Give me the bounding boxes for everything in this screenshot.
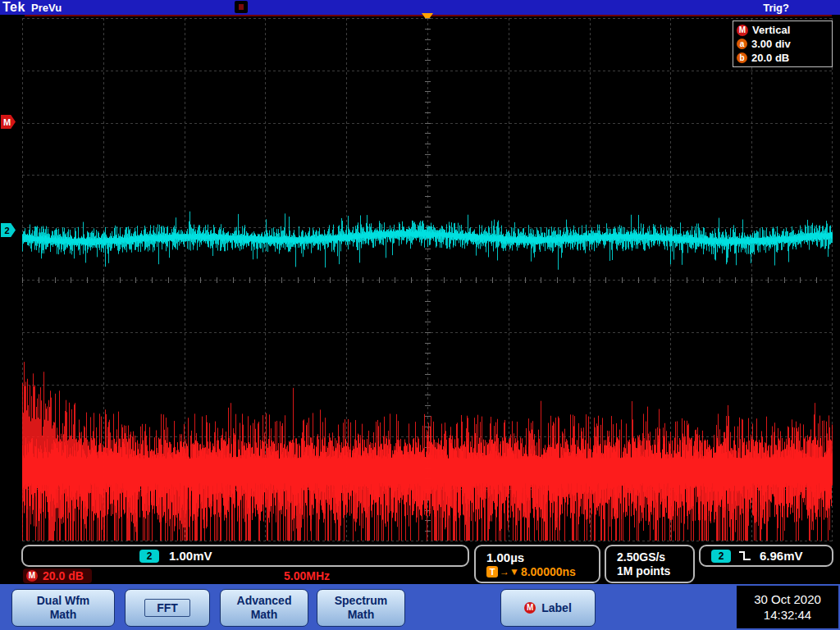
falling-edge-icon	[738, 550, 752, 562]
vertical-readout-panel: M Vertical a 3.00 div b 20.0 dB	[733, 21, 833, 67]
delay-arrow-icon: →▼	[500, 566, 519, 578]
menu-button-dual-wfm-math[interactable]: Dual Wfm Math	[11, 589, 115, 627]
trigger-source-badge: 2	[711, 550, 731, 563]
oscilloscope-screen: Tek PreVu Trig? M 2 M Vertical a 3.00 di…	[0, 0, 840, 630]
record-length-value: 1M points	[617, 564, 670, 578]
label-m-badge: M	[524, 602, 536, 614]
acquisition-readout-box: 2.50GS/s 1M points	[605, 545, 695, 583]
knob-a-badge: a	[737, 39, 747, 49]
math-readout-row[interactable]: M 20.0 dB 5.00MHz	[23, 568, 471, 583]
knob-b-badge: b	[737, 52, 747, 63]
waveform-canvas[interactable]	[22, 18, 833, 541]
trigger-level-value: 6.96mV	[760, 549, 803, 563]
menu-button-label[interactable]: M Label	[500, 589, 596, 627]
math-scale-value: 20.0 dB	[43, 569, 84, 582]
math-hscale-value: 5.00MHz	[284, 569, 330, 582]
graticule	[22, 18, 833, 541]
trigger-readout-box[interactable]: 2 6.96mV	[699, 545, 833, 567]
ch2-badge: 2	[139, 550, 159, 563]
top-bar: Tek PreVu Trig?	[0, 0, 840, 15]
date-value: 30 Oct 2020	[754, 592, 821, 606]
vertical-divisions-value: 3.00 div	[751, 38, 791, 50]
menu-bar: Dual Wfm Math FFT Advanced Math Spectrum…	[0, 584, 840, 630]
ch2-scale-value: 1.00mV	[169, 549, 212, 563]
timebase-readout-box[interactable]: 1.00µs T →▼ 8.00000ns	[474, 545, 600, 583]
acquisition-status: PreVu	[31, 2, 62, 14]
trigger-status-label: Trig?	[763, 2, 789, 14]
datetime-panel: 30 Oct 2020 14:32:44	[737, 586, 838, 628]
math-indicator-icon	[235, 1, 248, 13]
ch2-readout-box[interactable]: 2 1.00mV	[21, 545, 469, 567]
timebase-scale-value: 1.00µs	[486, 550, 524, 564]
menu-button-spectrum-math[interactable]: Spectrum Math	[317, 589, 405, 627]
math-readout-badge: M	[26, 570, 38, 582]
sample-rate-value: 2.50GS/s	[617, 550, 665, 564]
trigger-delay-value: 8.00000ns	[521, 565, 576, 578]
ch2-position-marker[interactable]: 2	[1, 223, 16, 237]
menu-button-advanced-math[interactable]: Advanced Math	[220, 589, 308, 627]
vertical-title: Vertical	[752, 24, 790, 36]
math-position-marker[interactable]: M	[1, 115, 16, 129]
time-value: 14:32:44	[764, 608, 811, 622]
menu-button-fft[interactable]: FFT	[125, 589, 210, 627]
vertical-scale-value: 20.0 dB	[751, 52, 789, 64]
trigger-t-badge: T	[486, 566, 498, 578]
math-badge: M	[737, 25, 748, 36]
tek-logo: Tek	[2, 0, 25, 15]
